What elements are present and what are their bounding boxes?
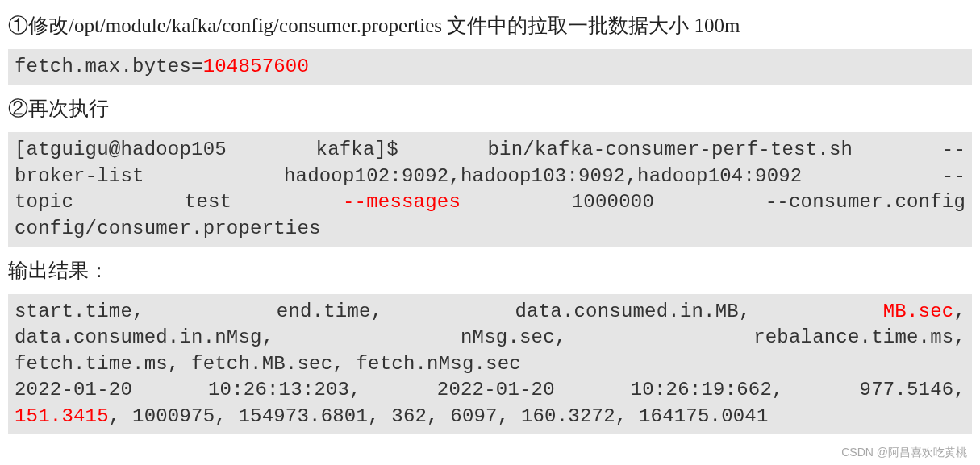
code3-l4e: 977.5146,: [860, 379, 965, 401]
code2-l2a: broker-list: [15, 165, 284, 187]
code3-l1b: end.time,: [277, 301, 515, 322]
code-block-1: fetch.max.bytes=104857600: [8, 49, 972, 85]
code3-l4a: 2022-01-20: [15, 379, 208, 401]
code3-l1e: ,: [953, 301, 965, 322]
code2-l1b: kafka]$: [316, 139, 488, 160]
code-block-3: start.time, end.time, data.consumed.in.M…: [8, 294, 972, 434]
watermark: CSDN @阿昌喜欢吃黄桃: [841, 446, 967, 455]
code3-l2a: data.consumed.in.nMsg,: [15, 326, 461, 348]
code2-l1a: [atguigu@hadoop105: [15, 139, 316, 160]
code3-l4b: 10:26:13:203,: [208, 379, 437, 401]
code2-l1c: bin/kafka-consumer-perf-test.sh: [487, 139, 941, 160]
code2-line1: [atguigu@hadoop105 kafka]$ bin/kafka-con…: [15, 137, 965, 163]
code1-key: fetch.max.bytes=: [15, 56, 203, 77]
code2-l3c: --messages: [343, 191, 461, 213]
code3-l1a: start.time,: [15, 301, 277, 322]
step-2-text: ②再次执行: [8, 94, 972, 122]
code3-l1c: data.consumed.in.MB,: [515, 301, 882, 322]
code3-line5: 151.3415, 1000975, 154973.6801, 362, 609…: [15, 404, 965, 430]
code2-line4: config/consumer.properties: [15, 216, 965, 242]
code-block-2: [atguigu@hadoop105 kafka]$ bin/kafka-con…: [8, 132, 972, 247]
code2-l3d: 1000000: [461, 191, 765, 213]
code3-l5b: , 1000975, 154973.6801, 362, 6097, 160.3…: [109, 405, 769, 427]
code2-line3: topic test --messages 1000000 --consumer…: [15, 189, 965, 215]
code1-value: 104857600: [203, 56, 309, 77]
code3-l4d: 10:26:19:662,: [631, 379, 860, 401]
code3-line3: fetch.time.ms, fetch.MB.sec, fetch.nMsg.…: [15, 351, 965, 377]
code2-l1d: --: [942, 139, 965, 160]
circled-2: ②: [8, 98, 28, 119]
code2-l3e: --consumer.config: [765, 191, 965, 213]
code3-line4: 2022-01-20 10:26:13:203, 2022-01-20 10:2…: [15, 377, 965, 403]
circled-1: ①: [8, 15, 28, 36]
step-1-text: ①修改/opt/module/kafka/config/consumer.pro…: [8, 11, 972, 39]
code2-l3b: test: [185, 191, 343, 213]
code3-line1: start.time, end.time, data.consumed.in.M…: [15, 299, 965, 325]
code3-l1d: MB.sec: [883, 301, 954, 322]
code2-l3a: topic: [15, 191, 185, 213]
code3-l4c: 2022-01-20: [437, 379, 631, 401]
code3-l5a: 151.3415: [15, 405, 109, 427]
code3-l2b: nMsg.sec,: [461, 326, 753, 348]
code2-l2c: --: [942, 165, 965, 187]
step-1-body: 修改/opt/module/kafka/config/consumer.prop…: [28, 15, 740, 36]
code3-l2c: rebalance.time.ms,: [753, 326, 965, 348]
code2-l2b: hadoop102:9092,hadoop103:9092,hadoop104:…: [284, 165, 942, 187]
output-label: 输出结果：: [8, 256, 972, 284]
code2-line2: broker-list hadoop102:9092,hadoop103:909…: [15, 164, 965, 189]
step-2-body: 再次执行: [28, 98, 109, 119]
code3-line2: data.consumed.in.nMsg, nMsg.sec, rebalan…: [15, 325, 965, 351]
